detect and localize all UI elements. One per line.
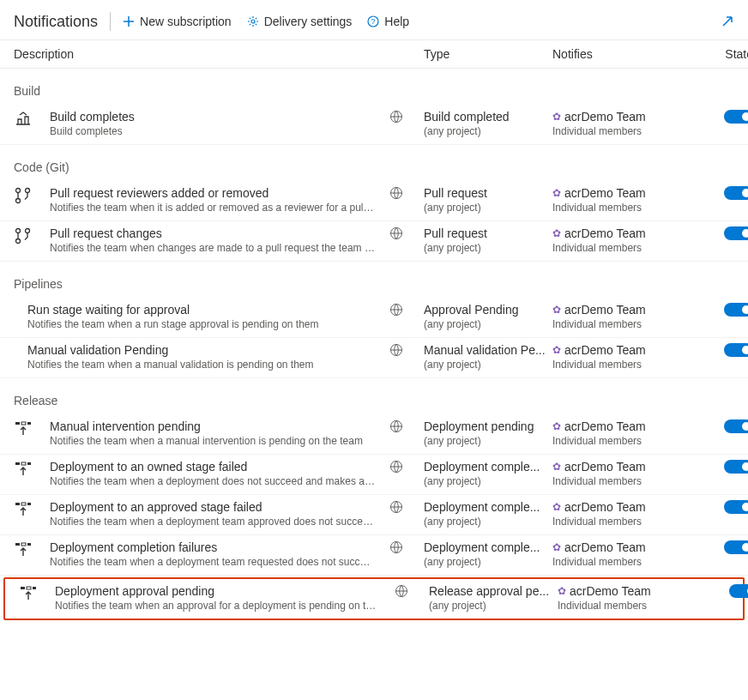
help-label: Help <box>384 15 409 28</box>
type-label: Deployment pending <box>424 419 552 433</box>
svg-rect-14 <box>15 422 20 425</box>
svg-point-0 <box>251 20 255 23</box>
expand-button[interactable] <box>721 15 734 28</box>
row-pr-reviewers[interactable]: Pull request reviewers added or removed … <box>0 181 748 221</box>
type-sub: (any project) <box>424 516 552 528</box>
row-deploy-owned-failed[interactable]: Deployment to an owned stage failed Noti… <box>0 455 748 495</box>
globe-icon <box>389 343 424 357</box>
svg-rect-23 <box>21 503 26 505</box>
build-icon <box>14 110 50 129</box>
team-icon: ✿ <box>552 187 561 199</box>
svg-point-4 <box>16 189 21 193</box>
delivery-settings-button[interactable]: Delivery settings <box>247 15 353 28</box>
svg-rect-26 <box>15 543 20 546</box>
deployment-icon <box>14 500 50 519</box>
type-sub: (any project) <box>424 202 552 214</box>
row-manual-validation[interactable]: Manual validation Pending Notifies the t… <box>0 338 748 378</box>
svg-rect-16 <box>27 422 31 425</box>
row-subtitle: Notifies the team when a deployment team… <box>50 516 376 528</box>
team-icon: ✿ <box>552 461 561 473</box>
members-label: Individual members <box>552 435 702 447</box>
row-title: Pull request reviewers added or removed <box>50 186 389 200</box>
svg-rect-20 <box>27 462 31 465</box>
state-toggle[interactable] <box>724 343 748 357</box>
row-subtitle: Notifies the team when it is added or re… <box>50 202 376 214</box>
members-label: Individual members <box>552 242 702 254</box>
team-label: acrDemo Team <box>564 186 646 200</box>
type-sub: (any project) <box>424 435 552 447</box>
svg-point-5 <box>16 199 21 203</box>
members-label: Individual members <box>552 318 702 330</box>
col-notifies: Notifies <box>552 47 702 61</box>
globe-icon <box>389 226 424 240</box>
team-icon: ✿ <box>552 541 561 553</box>
team-label: acrDemo Team <box>564 343 646 357</box>
row-subtitle: Notifies the team when a run stage appro… <box>27 318 353 330</box>
row-subtitle: Notifies the team when a manual validati… <box>27 359 353 371</box>
row-build-completes[interactable]: Build completes Build completes Build co… <box>0 105 748 145</box>
row-run-stage[interactable]: Run stage waiting for approval Notifies … <box>0 298 748 338</box>
row-deploy-completion-fail[interactable]: Deployment completion failures Notifies … <box>0 535 748 576</box>
row-title: Build completes <box>50 110 389 124</box>
svg-text:?: ? <box>371 17 376 26</box>
globe-icon <box>389 186 424 200</box>
globe-icon <box>389 540 424 554</box>
gear-icon <box>247 15 259 27</box>
type-label: Pull request <box>424 226 552 240</box>
new-subscription-button[interactable]: New subscription <box>123 15 232 28</box>
row-deploy-approval-pending[interactable]: Deployment approval pending Notifies the… <box>3 577 745 620</box>
section-pipelines: Pipelines <box>0 262 748 298</box>
expand-icon <box>721 15 734 28</box>
members-label: Individual members <box>552 556 702 568</box>
state-toggle[interactable] <box>729 584 748 598</box>
team-label: acrDemo Team <box>564 540 646 554</box>
row-pr-changes[interactable]: Pull request changes Notifies the team w… <box>0 221 748 262</box>
state-toggle[interactable] <box>724 460 748 474</box>
team-icon: ✿ <box>552 227 561 239</box>
state-toggle[interactable] <box>724 186 748 200</box>
help-button[interactable]: ? Help <box>367 15 409 28</box>
type-label: Approval Pending <box>424 303 552 317</box>
plus-icon <box>123 15 135 27</box>
svg-rect-15 <box>21 422 26 425</box>
team-label: acrDemo Team <box>570 584 651 598</box>
deployment-icon <box>14 419 50 438</box>
team-label: acrDemo Team <box>564 460 646 474</box>
team-icon: ✿ <box>552 420 561 432</box>
row-title: Deployment to an approved stage failed <box>50 500 389 514</box>
type-label: Manual validation Pe... <box>424 343 552 357</box>
state-toggle[interactable] <box>724 226 748 240</box>
globe-icon <box>389 303 424 317</box>
svg-point-8 <box>16 229 21 233</box>
deployment-icon <box>14 540 50 559</box>
col-description: Description <box>14 47 424 61</box>
members-label: Individual members <box>558 600 707 612</box>
svg-rect-22 <box>15 503 20 505</box>
type-sub: (any project) <box>424 475 552 487</box>
svg-rect-32 <box>33 587 36 589</box>
svg-rect-19 <box>21 462 26 465</box>
row-manual-intervention[interactable]: Manual intervention pending Notifies the… <box>0 414 748 455</box>
globe-icon <box>395 584 429 598</box>
state-toggle[interactable] <box>724 540 748 554</box>
members-label: Individual members <box>552 359 702 371</box>
type-sub: (any project) <box>424 556 552 568</box>
row-deploy-approved-failed[interactable]: Deployment to an approved stage failed N… <box>0 495 748 535</box>
state-toggle[interactable] <box>724 419 748 433</box>
members-label: Individual members <box>552 125 702 137</box>
state-toggle[interactable] <box>724 303 748 317</box>
row-subtitle: Notifies the team when a manual interven… <box>50 435 376 447</box>
state-toggle[interactable] <box>724 500 748 514</box>
state-toggle[interactable] <box>724 110 748 124</box>
row-title: Run stage waiting for approval <box>27 303 389 317</box>
row-title: Pull request changes <box>50 226 389 240</box>
section-build: Build <box>0 69 748 105</box>
row-title: Deployment approval pending <box>55 584 395 598</box>
type-sub: (any project) <box>424 359 552 371</box>
deployment-icon <box>19 584 55 603</box>
row-subtitle: Notifies the team when changes are made … <box>50 242 376 254</box>
type-label: Deployment comple... <box>424 500 552 514</box>
globe-icon <box>389 110 424 124</box>
members-label: Individual members <box>552 475 702 487</box>
team-label: acrDemo Team <box>564 419 646 433</box>
